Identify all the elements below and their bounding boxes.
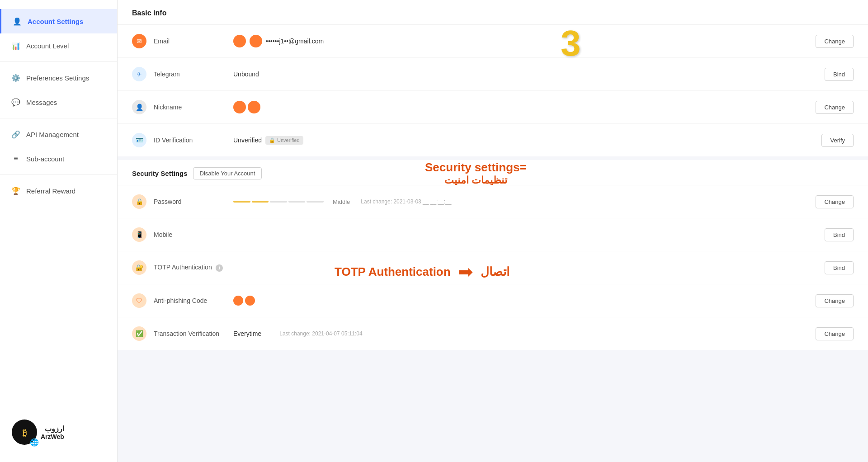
- sidebar-item-label: Messages: [26, 99, 57, 106]
- account-level-icon: 📊: [11, 41, 21, 51]
- sidebar-item-label: API Management: [26, 131, 79, 138]
- email-label: Email: [154, 38, 226, 45]
- transaction-change-button[interactable]: Change: [816, 327, 854, 340]
- sidebar-item-sub-account[interactable]: ≡ Sub-account: [0, 146, 117, 171]
- anti-phishing-blob2: [245, 296, 255, 306]
- totp-info-icon: ℹ: [216, 264, 223, 272]
- email-icon: ✉: [132, 34, 146, 48]
- email-avatar1: [233, 35, 246, 47]
- id-verification-action: Verify: [821, 134, 854, 147]
- telegram-icon: ✈: [132, 67, 146, 81]
- messages-icon: 💬: [11, 97, 21, 107]
- password-action: Change: [816, 195, 854, 208]
- anti-phishing-blobs: [233, 296, 255, 306]
- mobile-bind-button[interactable]: Bind: [825, 228, 854, 241]
- mobile-icon: 📱: [132, 227, 146, 242]
- security-tabs: Security Settings Disable Your Account: [118, 160, 868, 185]
- sidebar-item-api-management[interactable]: 🔗 API Management: [0, 122, 117, 146]
- anti-phishing-icon: 🛡: [132, 293, 146, 308]
- badge-text: Unverified: [277, 137, 300, 143]
- referral-icon: 🏆: [11, 186, 21, 196]
- sidebar-item-label: Referral Reward: [26, 187, 75, 195]
- password-change-button[interactable]: Change: [816, 195, 854, 208]
- password-label: Password: [154, 198, 226, 205]
- anti-phishing-blob1: [233, 296, 243, 306]
- email-avatar2: [250, 35, 262, 47]
- logo-area: ₿ 🌐 ارزوب ArzWeb: [11, 419, 106, 446]
- id-verification-icon: 🪪: [132, 133, 146, 147]
- sidebar-item-referral-reward[interactable]: 🏆 Referral Reward: [0, 179, 117, 203]
- telegram-value: Unbound: [233, 71, 817, 78]
- transaction-value-text: Everytime: [233, 330, 261, 337]
- nickname-action: Change: [816, 101, 854, 114]
- nickname-label: Nickname: [154, 104, 226, 111]
- mobile-row: 📱 Mobile Bind: [118, 218, 868, 251]
- api-icon: 🔗: [11, 129, 21, 139]
- telegram-bind-button[interactable]: Bind: [825, 68, 854, 81]
- nickname-row: 👤 Nickname Change: [118, 91, 868, 124]
- id-verification-text: Unverified: [233, 137, 262, 144]
- basic-info-section: Basic info ✉ Email ••••••j1••@gmail.com …: [118, 0, 868, 160]
- sidebar-item-messages[interactable]: 💬 Messages: [0, 90, 117, 114]
- nickname-blob1: [233, 101, 246, 113]
- mobile-action: Bind: [825, 228, 854, 241]
- sidebar-item-preferences[interactable]: ⚙️ Preferences Settings: [0, 66, 117, 90]
- id-verification-row: 🪪 ID Verification Unverified 🔒 Unverifie…: [118, 124, 868, 156]
- anti-phishing-action: Change: [816, 294, 854, 307]
- password-last-change: Last change: 2021-03-03 __ __:__:__: [361, 198, 451, 205]
- strength-seg-5: [307, 201, 324, 203]
- security-settings-tab[interactable]: Security Settings: [132, 170, 188, 177]
- strength-seg-1: [233, 201, 250, 203]
- basic-info-title: Basic info: [118, 0, 868, 25]
- sidebar-item-label: Account Level: [26, 42, 69, 50]
- telegram-row: ✈ Telegram Unbound Bind: [118, 58, 868, 91]
- totp-label: TOTP Authentication ℹ: [154, 264, 226, 271]
- sidebar-item-account-settings[interactable]: 👤 Account Settings: [0, 9, 117, 33]
- email-change-button[interactable]: Change: [816, 35, 854, 48]
- password-strength-bar: [233, 201, 324, 203]
- strength-seg-3: [270, 201, 287, 203]
- nickname-blobs: [233, 101, 260, 113]
- totp-row: 🔐 TOTP Authentication ℹ Bind: [118, 251, 868, 284]
- anti-phishing-change-button[interactable]: Change: [816, 294, 854, 307]
- mobile-label: Mobile: [154, 231, 226, 238]
- account-settings-icon: 👤: [12, 16, 22, 26]
- anti-phishing-label: Anti-phishing Code: [154, 297, 226, 304]
- sidebar: 👤 Account Settings 📊 Account Level ⚙️ Pr…: [0, 0, 118, 462]
- totp-action: Bind: [825, 261, 854, 274]
- transaction-label: Transaction Verification: [154, 330, 226, 337]
- totp-icon: 🔐: [132, 260, 146, 275]
- transaction-last-change: Last change: 2021-04-07 05:11:04: [279, 330, 362, 337]
- logo-brand-en: ArzWeb: [41, 433, 64, 440]
- security-settings-section: Security Settings Disable Your Account 🔒…: [118, 160, 868, 354]
- nickname-value: [233, 101, 808, 113]
- password-strength-label: Middle: [333, 198, 350, 205]
- anti-phishing-row: 🛡 Anti-phishing Code Change: [118, 284, 868, 317]
- logo-brand-fa: ارزوب: [41, 424, 64, 433]
- preferences-icon: ⚙️: [11, 73, 21, 83]
- anti-phishing-value: [233, 296, 808, 306]
- badge-icon: 🔒: [269, 137, 275, 143]
- sub-account-icon: ≡: [11, 154, 21, 164]
- disable-account-button[interactable]: Disable Your Account: [193, 167, 262, 179]
- transaction-verification-row: ✅ Transaction Verification Everytime Las…: [118, 317, 868, 350]
- email-value: ••••••j1••@gmail.com: [233, 35, 808, 47]
- telegram-action: Bind: [825, 68, 854, 81]
- id-verification-value: Unverified 🔒 Unverified: [233, 136, 814, 145]
- totp-bind-button[interactable]: Bind: [825, 261, 854, 274]
- totp-label-text: TOTP Authentication: [154, 264, 212, 271]
- sidebar-item-label: Account Settings: [28, 18, 83, 25]
- nickname-change-button[interactable]: Change: [816, 101, 854, 114]
- transaction-icon: ✅: [132, 326, 146, 341]
- sidebar-bottom: ₿ 🌐 ارزوب ArzWeb: [0, 411, 117, 453]
- sidebar-item-label: Preferences Settings: [26, 74, 89, 82]
- transaction-value: Everytime Last change: 2021-04-07 05:11:…: [233, 330, 808, 337]
- nickname-icon: 👤: [132, 100, 146, 114]
- id-verification-label: ID Verification: [154, 137, 226, 144]
- svg-text:₿: ₿: [23, 429, 27, 438]
- email-row: ✉ Email ••••••j1••@gmail.com Change: [118, 25, 868, 58]
- sidebar-item-account-level[interactable]: 📊 Account Level: [0, 33, 117, 58]
- nickname-blob2: [248, 101, 260, 113]
- id-verify-button[interactable]: Verify: [821, 134, 854, 147]
- email-text: ••••••j1••@gmail.com: [266, 38, 324, 45]
